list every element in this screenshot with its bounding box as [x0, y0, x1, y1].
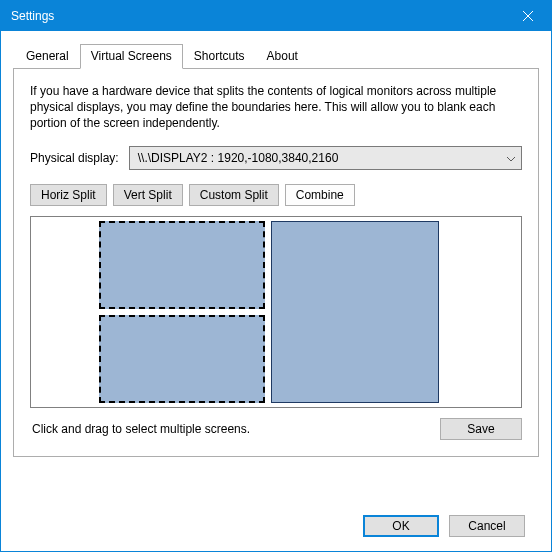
tab-container: General Virtual Screens Shortcuts About …: [13, 43, 539, 457]
ok-button[interactable]: OK: [363, 515, 439, 537]
tab-row: General Virtual Screens Shortcuts About: [15, 43, 539, 68]
chevron-down-icon: [506, 151, 516, 165]
cancel-button[interactable]: Cancel: [449, 515, 525, 537]
split-button-row: Horiz Split Vert Split Custom Split Comb…: [30, 184, 522, 206]
intro-text: If you have a hardware device that split…: [30, 83, 522, 132]
display-row: Physical display: \\.\DISPLAY2 : 1920,-1…: [30, 146, 522, 170]
virtual-screen-2[interactable]: [99, 315, 265, 403]
save-button[interactable]: Save: [440, 418, 522, 440]
display-label: Physical display:: [30, 151, 119, 165]
screens-canvas[interactable]: [30, 216, 522, 408]
horiz-split-button[interactable]: Horiz Split: [30, 184, 107, 206]
window-title: Settings: [11, 9, 505, 23]
display-value: \\.\DISPLAY2 : 1920,-1080,3840,2160: [129, 146, 522, 170]
virtual-screen-3[interactable]: [271, 221, 439, 403]
hint-row: Click and drag to select multiple screen…: [30, 418, 522, 440]
content-area: General Virtual Screens Shortcuts About …: [1, 31, 551, 551]
combine-button[interactable]: Combine: [285, 184, 355, 206]
display-select[interactable]: \\.\DISPLAY2 : 1920,-1080,3840,2160: [129, 146, 522, 170]
virtual-screen-1[interactable]: [99, 221, 265, 309]
tab-shortcuts[interactable]: Shortcuts: [183, 44, 256, 68]
tab-general[interactable]: General: [15, 44, 80, 68]
tab-about[interactable]: About: [256, 44, 309, 68]
titlebar: Settings: [1, 1, 551, 31]
dialog-footer: OK Cancel: [13, 515, 539, 537]
tab-panel: If you have a hardware device that split…: [13, 68, 539, 457]
tab-virtual-screens[interactable]: Virtual Screens: [80, 44, 183, 69]
hint-text: Click and drag to select multiple screen…: [30, 422, 440, 436]
vert-split-button[interactable]: Vert Split: [113, 184, 183, 206]
close-button[interactable]: [505, 1, 551, 31]
custom-split-button[interactable]: Custom Split: [189, 184, 279, 206]
close-icon: [523, 11, 533, 21]
settings-window: Settings General Virtual Screens Shortcu…: [0, 0, 552, 552]
